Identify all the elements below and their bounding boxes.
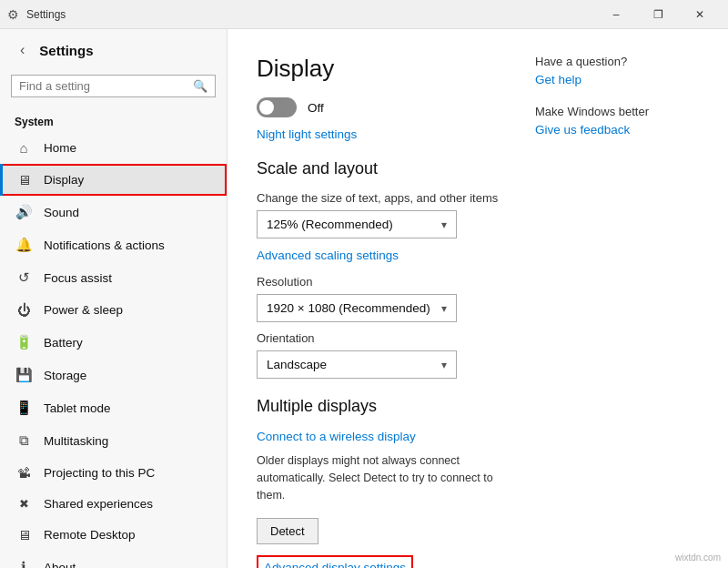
storage-icon: 💾 [15, 367, 33, 383]
question-title: Have a question? [535, 55, 699, 68]
dropdown-arrow-icon: ▾ [441, 218, 447, 231]
sidebar-item-label: Home [44, 141, 76, 155]
sidebar-item-label: Sound [44, 206, 79, 219]
home-icon: ⌂ [15, 140, 33, 156]
orientation-dropdown-value: Landscape [267, 358, 327, 371]
close-button[interactable]: ✕ [679, 0, 721, 29]
resolution-dropdown[interactable]: 1920 × 1080 (Recommended) ▾ [257, 294, 457, 322]
remote-icon: 🖥 [15, 527, 33, 543]
sidebar-item-remote[interactable]: 🖥 Remote Desktop [0, 519, 227, 551]
scale-field-label: Change the size of text, apps, and other… [257, 191, 517, 205]
title-bar: ⚙ Settings – ❐ ✕ [0, 0, 728, 29]
sidebar-item-display[interactable]: 🖥 Display [0, 164, 227, 196]
sidebar-item-focus[interactable]: ↺ Focus assist [0, 261, 227, 294]
detect-button[interactable]: Detect [257, 518, 318, 544]
make-better-title: Make Windows better [535, 105, 699, 118]
sidebar-item-tablet[interactable]: 📱 Tablet mode [0, 391, 227, 424]
get-help-link[interactable]: Get help [535, 73, 581, 86]
right-column: Have a question? Get help Make Windows b… [517, 55, 699, 568]
sidebar-title: Settings [39, 43, 93, 58]
main-content: Display Off Night light settings Scale a… [228, 29, 728, 568]
minimize-button[interactable]: – [595, 0, 637, 29]
settings-icon: ⚙ [7, 7, 19, 22]
tablet-icon: 📱 [15, 400, 33, 416]
multiple-displays-heading: Multiple displays [257, 397, 517, 416]
sidebar-item-label: Projecting to this PC [44, 466, 155, 480]
search-box: 🔍 [11, 75, 216, 97]
orientation-label: Orientation [257, 331, 517, 345]
sidebar-item-label: Remote Desktop [44, 528, 136, 542]
sidebar-item-home[interactable]: ⌂ Home [0, 132, 227, 164]
scale-dropdown-value: 125% (Recommended) [267, 218, 393, 231]
sidebar-item-battery[interactable]: 🔋 Battery [0, 326, 227, 359]
content-wrapper: Display Off Night light settings Scale a… [257, 55, 699, 568]
wireless-display-link[interactable]: Connect to a wireless display [257, 430, 416, 443]
advanced-display-settings-link[interactable]: Advanced display settings [257, 555, 413, 568]
title-bar-text: Settings [26, 8, 66, 21]
feedback-link[interactable]: Give us feedback [535, 123, 630, 137]
sidebar-item-label: Display [44, 173, 84, 187]
sidebar-item-label: Notifications & actions [44, 238, 165, 252]
sidebar-item-projecting[interactable]: 📽 Projecting to this PC [0, 457, 227, 489]
power-icon: ⏻ [15, 302, 33, 318]
maximize-button[interactable]: ❐ [637, 0, 679, 29]
sidebar-item-storage[interactable]: 💾 Storage [0, 359, 227, 391]
sidebar-item-label: Multitasking [44, 434, 108, 448]
multitasking-icon: ⧉ [15, 432, 33, 449]
resolution-dropdown-value: 1920 × 1080 (Recommended) [267, 301, 430, 315]
focus-icon: ↺ [15, 269, 33, 286]
app-body: ‹ Settings 🔍 System ⌂ Home 🖥 Display 🔊 S… [0, 29, 728, 568]
sidebar-item-power[interactable]: ⏻ Power & sleep [0, 294, 227, 326]
left-column: Display Off Night light settings Scale a… [257, 55, 517, 568]
about-icon: ℹ [15, 559, 33, 568]
detect-hint: Older displays might not always connect … [257, 452, 517, 503]
night-light-settings-link[interactable]: Night light settings [257, 127, 357, 141]
sidebar-item-label: Storage [44, 369, 86, 382]
scale-section-heading: Scale and layout [257, 159, 517, 178]
dropdown-arrow-icon: ▾ [441, 302, 447, 315]
battery-icon: 🔋 [15, 334, 33, 350]
sidebar-item-label: Tablet mode [44, 401, 111, 415]
search-icon[interactable]: 🔍 [193, 79, 207, 93]
sidebar-item-label: About [44, 561, 76, 569]
back-button[interactable]: ‹ [15, 40, 30, 60]
sidebar-item-label: Power & sleep [44, 303, 123, 317]
sound-icon: 🔊 [15, 204, 33, 220]
sidebar: ‹ Settings 🔍 System ⌂ Home 🖥 Display 🔊 S… [0, 29, 228, 568]
toggle-label: Off [308, 101, 324, 115]
section-label: System [0, 108, 227, 132]
night-light-toggle[interactable] [257, 97, 297, 117]
sidebar-item-label: Focus assist [44, 271, 112, 285]
shared-icon: ✖ [15, 497, 33, 511]
sidebar-item-sound[interactable]: 🔊 Sound [0, 196, 227, 228]
watermark: wixtdn.com [675, 553, 721, 563]
resolution-label: Resolution [257, 275, 517, 289]
sidebar-item-about[interactable]: ℹ About [0, 551, 227, 568]
toggle-thumb [259, 100, 274, 115]
scale-dropdown[interactable]: 125% (Recommended) ▾ [257, 210, 457, 238]
advanced-scaling-link[interactable]: Advanced scaling settings [257, 248, 399, 262]
projecting-icon: 📽 [15, 465, 33, 481]
search-input[interactable] [19, 79, 187, 93]
sidebar-item-notifications[interactable]: 🔔 Notifications & actions [0, 228, 227, 261]
sidebar-item-label: Battery [44, 336, 83, 350]
window-controls: – ❐ ✕ [595, 0, 721, 29]
sidebar-item-label: Shared experiences [44, 497, 153, 511]
display-icon: 🖥 [15, 172, 33, 188]
sidebar-header: ‹ Settings [0, 29, 227, 71]
orientation-dropdown[interactable]: Landscape ▾ [257, 350, 457, 379]
sidebar-item-shared[interactable]: ✖ Shared experiences [0, 489, 227, 519]
page-title: Display [257, 55, 517, 83]
night-light-toggle-row: Off [257, 97, 517, 117]
dropdown-arrow-icon: ▾ [441, 359, 447, 371]
sidebar-item-multitasking[interactable]: ⧉ Multitasking [0, 424, 227, 457]
notifications-icon: 🔔 [15, 237, 33, 253]
